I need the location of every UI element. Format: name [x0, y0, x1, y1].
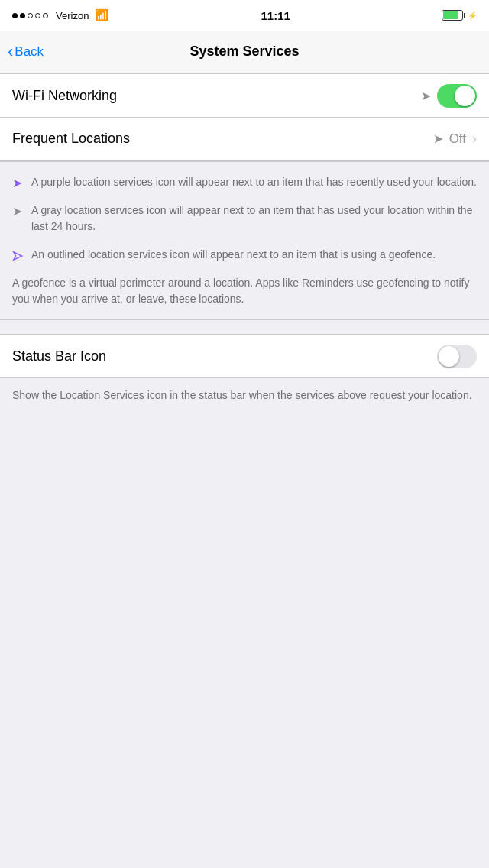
carrier-label: Verizon: [56, 10, 89, 21]
wifi-row-right: ➤: [421, 84, 477, 108]
signal-dot-3: [28, 13, 33, 18]
footer-description: Show the Location Services icon in the s…: [0, 378, 489, 419]
back-chevron-icon: ‹: [8, 44, 13, 60]
freq-location-arrow-icon: ➤: [433, 131, 443, 146]
status-bar-icon-label: Status Bar Icon: [12, 348, 106, 364]
signal-dot-1: [12, 13, 18, 18]
geofence-description: A geofence is a virtual perimeter around…: [12, 275, 477, 307]
back-button[interactable]: ‹ Back: [8, 44, 44, 60]
info-text-gray: A gray location services icon will appea…: [31, 202, 477, 235]
page-title: System Services: [189, 44, 299, 60]
signal-dot-5: [43, 13, 48, 18]
signal-dot-2: [20, 13, 25, 18]
nav-bar: ‹ Back System Services: [0, 31, 489, 73]
signal-dot-4: [35, 13, 40, 18]
info-item-outline: ➤ An outlined location services icon wil…: [12, 247, 477, 263]
status-bar-icon-row: Status Bar Icon: [0, 334, 489, 378]
section-gap: [0, 320, 489, 334]
status-bar-icon-toggle[interactable]: [437, 345, 477, 368]
content-area: Wi-Fi Networking ➤ Frequent Locations ➤ …: [0, 73, 489, 419]
wifi-networking-row: Wi-Fi Networking ➤: [0, 74, 489, 117]
frequent-locations-value: Off: [449, 131, 466, 147]
wifi-toggle-knob: [455, 86, 475, 106]
chevron-right-icon: ›: [472, 131, 477, 147]
frequent-locations-group: Frequent Locations ➤ Off ›: [0, 118, 489, 161]
info-text-outline: An outlined location services icon will …: [31, 247, 436, 263]
status-bar-right: ⚡: [442, 10, 477, 21]
outline-location-arrow-icon: ➤: [12, 248, 22, 263]
signal-dots: [12, 13, 48, 18]
purple-location-arrow-icon: ➤: [12, 176, 22, 190]
wifi-networking-label: Wi-Fi Networking: [12, 88, 117, 104]
frequent-locations-row[interactable]: Frequent Locations ➤ Off ›: [0, 118, 489, 160]
charging-icon: ⚡: [468, 11, 477, 20]
status-bar-icon-toggle-knob: [439, 346, 459, 367]
battery-fill: [443, 11, 458, 19]
info-text-purple: A purple location services icon will app…: [31, 174, 477, 190]
info-panel: ➤ A purple location services icon will a…: [0, 161, 489, 320]
info-item-purple: ➤ A purple location services icon will a…: [12, 174, 477, 190]
info-item-gray: ➤ A gray location services icon will app…: [12, 202, 477, 235]
wifi-networking-group: Wi-Fi Networking ➤: [0, 73, 489, 118]
frequent-locations-label: Frequent Locations: [12, 131, 433, 147]
back-label: Back: [15, 44, 44, 60]
wifi-icon: 📶: [95, 8, 109, 22]
battery-icon: [442, 10, 463, 21]
frequent-locations-right: ➤ Off ›: [433, 131, 477, 147]
gray-location-arrow-icon: ➤: [12, 204, 22, 219]
wifi-location-arrow-icon: ➤: [421, 89, 431, 103]
status-bar: Verizon 📶 11:11 ⚡: [0, 0, 489, 31]
status-bar-left: Verizon 📶: [12, 8, 109, 22]
wifi-toggle[interactable]: [437, 84, 477, 108]
status-time: 11:11: [261, 9, 290, 22]
